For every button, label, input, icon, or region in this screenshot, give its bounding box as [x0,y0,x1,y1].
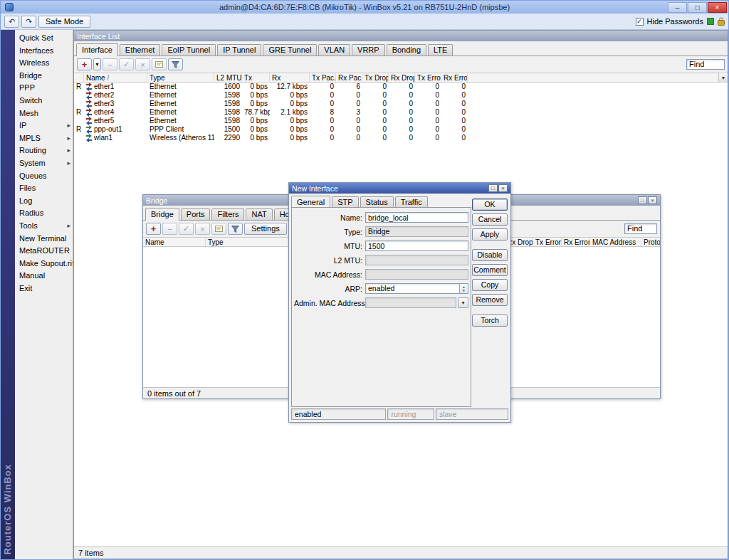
disable-button[interactable]: × [135,58,150,70]
bridge-filter-button[interactable] [228,223,243,235]
hide-passwords-checkbox[interactable]: ✓ [636,18,644,26]
column-selector-button[interactable]: ▾ [718,73,728,82]
name-input[interactable] [365,212,468,223]
bridge-disable-button[interactable]: × [195,223,210,235]
column-tx-errors[interactable]: Tx Errors [415,73,441,82]
bridge-enable-button[interactable]: ✓ [179,223,194,235]
mtu-input[interactable] [365,241,468,251]
enable-button[interactable]: ✓ [119,58,134,70]
sidebar-item-metarouter[interactable]: MetaROUTER [15,245,73,258]
filter-button[interactable] [168,58,183,70]
column-flag[interactable] [74,73,84,82]
column-rx-errors[interactable]: Rx Errors [562,238,590,246]
column-protocol[interactable]: Protoco... [641,238,660,246]
tab-stp[interactable]: STP [332,196,358,208]
interface-list-titlebar[interactable]: Interface List [74,31,728,41]
tab-ip-tunnel[interactable]: IP Tunnel [217,44,261,56]
minimize-button[interactable]: – [668,2,687,13]
column-name[interactable]: Name / [84,73,147,82]
copy-button[interactable]: Copy [472,279,508,291]
ok-button[interactable]: OK [472,199,508,211]
column-type[interactable]: Type [147,73,214,82]
tab-nat[interactable]: NAT [246,208,272,220]
close-button[interactable]: × [708,2,727,13]
tab-bonding[interactable]: Bonding [387,44,426,56]
maximize-button[interactable]: □ [688,2,707,13]
dialog-close-button[interactable]: × [498,184,508,192]
bridge-close-button[interactable]: × [648,196,657,204]
sidebar-item-mesh[interactable]: Mesh [15,107,73,120]
column-rx-drops[interactable]: Rx Drops [389,73,415,82]
bridge-settings-button[interactable]: Settings [244,223,287,235]
admin-mac-dropdown-button[interactable]: ▾ [458,297,468,308]
column-name[interactable]: Name [143,238,206,246]
tab-traffic[interactable]: Traffic [395,196,428,208]
sidebar-item-exit[interactable]: Exit [15,282,73,295]
cancel-button[interactable]: Cancel [472,213,508,226]
bridge-remove-button[interactable]: − [162,223,177,235]
dialog-titlebar[interactable]: New Interface □ × [289,183,510,194]
find-box[interactable]: Find [686,59,725,70]
bridge-comment-button[interactable] [211,223,226,235]
table-row[interactable]: R ether1 Ethernet 1600 0 bps 12.7 kbps 0… [74,83,728,91]
column-rx-packets[interactable]: Rx Pac... [336,73,362,82]
table-row[interactable]: wlan1 Wireless (Atheros 11N) 2290 0 bps … [74,134,728,142]
table-row[interactable]: ether2 Ethernet 1598 0 bps 0 bps 0 0 0 0… [74,91,728,100]
sidebar-item-log[interactable]: Log [15,195,73,208]
sidebar-item-ppp[interactable]: PPP [15,82,73,95]
torch-button[interactable]: Torch [472,315,508,327]
tab-ethernet[interactable]: Ethernet [120,44,161,56]
sidebar-item-manual[interactable]: Manual [15,270,73,282]
bridge-find-box[interactable]: Find [624,223,657,234]
sidebar-item-interfaces[interactable]: Interfaces [15,45,73,58]
sidebar-item-queues[interactable]: Queues [15,170,73,183]
sidebar-item-bridge[interactable]: Bridge [15,70,73,83]
sidebar-item-make-supout[interactable]: Make Supout.rif [15,258,73,270]
dialog-restore-button[interactable]: □ [488,184,498,192]
remove-button[interactable]: − [103,58,117,70]
sidebar-item-ip[interactable]: IP▸ [15,120,73,132]
main-titlebar[interactable]: admin@D4:CA:6D:7E:F8:CB (MikroTik) - Win… [1,1,728,14]
sidebar-item-switch[interactable]: Switch [15,95,73,107]
table-row[interactable]: R ether4 Ethernet 1598 78.7 kbps 2.1 kbp… [74,108,728,117]
sidebar-item-wireless[interactable]: Wireless [15,57,73,70]
comment-button[interactable]: Comment [472,264,508,276]
table-row[interactable]: ether5 Ethernet 1598 0 bps 0 bps 0 0 0 0… [74,117,728,125]
tab-vrrp[interactable]: VRRP [352,44,385,56]
table-row[interactable]: ether3 Ethernet 1598 0 bps 0 bps 0 0 0 0… [74,100,728,108]
tab-bridge[interactable]: Bridge [145,208,179,221]
column-mac-address[interactable]: MAC Address [590,238,641,246]
add-button[interactable]: + [77,58,92,70]
disable-button[interactable]: Disable [472,249,508,261]
column-tx-packets[interactable]: Tx Pac... [310,73,336,82]
column-tx[interactable]: Tx [242,73,270,82]
comment-button[interactable] [152,58,167,70]
sidebar-item-mpls[interactable]: MPLS▸ [15,132,73,145]
tab-ports[interactable]: Ports [181,208,211,220]
sidebar-item-routing[interactable]: Routing▸ [15,144,73,157]
spinner-buttons[interactable]: ▴▾ [459,284,468,293]
tab-lte[interactable]: LTE [428,44,453,56]
sidebar-item-tools[interactable]: Tools▸ [15,220,73,233]
undo-button[interactable]: ↶ [4,16,19,28]
arp-select[interactable]: enabled ▴▾ [365,283,468,294]
remove-button[interactable]: Remove [472,294,508,306]
sidebar-item-system[interactable]: System▸ [15,157,73,170]
column-rx[interactable]: Rx [270,73,310,82]
tab-status[interactable]: Status [360,196,394,208]
bridge-maximize-button[interactable]: □ [638,196,647,204]
column-l2mtu[interactable]: L2 MTU [214,73,242,82]
sidebar-item-quick-set[interactable]: Quick Set [15,32,73,45]
sidebar-item-radius[interactable]: Radius [15,207,73,220]
redo-button[interactable]: ↷ [21,16,36,28]
safe-mode-button[interactable]: Safe Mode [38,16,90,28]
apply-button[interactable]: Apply [472,228,508,241]
bridge-add-button[interactable]: + [146,223,161,235]
tab-eoip-tunnel[interactable]: EoIP Tunnel [162,44,216,56]
tab-filters[interactable]: Filters [211,208,244,220]
column-rx-errors[interactable]: Rx Errors [441,73,468,82]
tab-interface[interactable]: Interface [76,43,118,56]
table-row[interactable]: R ppp-out1 PPP Client 1500 0 bps 0 bps 0… [74,125,728,134]
column-tx-drops[interactable]: Tx Drops [362,73,389,82]
column-tx-errors[interactable]: Tx Errors [533,238,562,246]
